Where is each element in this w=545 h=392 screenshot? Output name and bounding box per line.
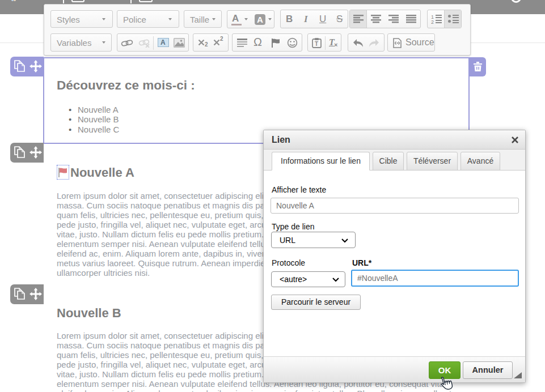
svg-text:T: T [315,41,318,47]
svg-text:2: 2 [431,19,434,24]
